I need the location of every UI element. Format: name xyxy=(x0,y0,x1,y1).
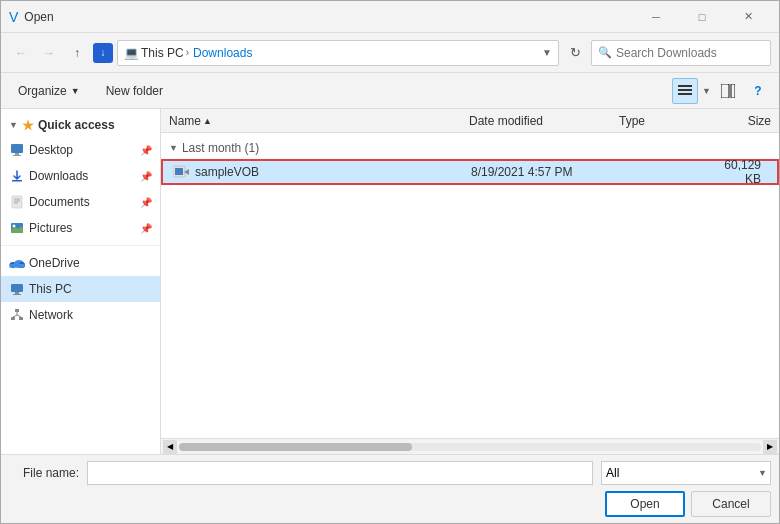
up-button[interactable]: ↑ xyxy=(65,41,89,65)
quickaccess-label: Quick access xyxy=(38,118,115,132)
refresh-button[interactable]: ↻ xyxy=(563,41,587,65)
open-button[interactable]: Open xyxy=(605,491,685,517)
col-type-header[interactable]: Type xyxy=(619,114,719,128)
pictures-icon xyxy=(9,220,25,236)
onedrive-icon xyxy=(9,255,25,271)
buttons-row: Open Cancel xyxy=(9,491,771,517)
new-folder-button[interactable]: New folder xyxy=(97,78,172,104)
svg-rect-8 xyxy=(12,180,22,182)
svg-rect-6 xyxy=(15,153,19,155)
address-part-thispc: 💻 This PC › xyxy=(124,46,189,60)
address-dropdown-arrow[interactable]: ▼ xyxy=(542,47,552,58)
thispc-icon xyxy=(9,281,25,297)
h-scroll-thumb[interactable] xyxy=(179,443,412,451)
horizontal-scrollbar[interactable]: ◀ ▶ xyxy=(161,438,779,454)
nav-bar: ← → ↑ ↓ 💻 This PC › Downloads ▼ ↻ 🔍 xyxy=(1,33,779,73)
organize-dropdown-icon: ▼ xyxy=(71,86,80,96)
search-input[interactable] xyxy=(616,46,764,60)
svg-rect-1 xyxy=(678,89,692,91)
svg-rect-30 xyxy=(175,168,183,175)
downloads-pin-icon: 📌 xyxy=(140,171,152,182)
minimize-button[interactable]: ─ xyxy=(633,7,679,27)
app-icon: V xyxy=(9,9,18,25)
file-name-samplevob: sampleVOB xyxy=(195,165,471,179)
documents-pin-icon: 📌 xyxy=(140,197,152,208)
sidebar-item-downloads-label: Downloads xyxy=(29,169,136,183)
svg-rect-0 xyxy=(678,85,692,87)
file-list-content: ▼ Last month (1) sampleVOB 8/19/2021 4:5… xyxy=(161,133,779,438)
file-icon-video xyxy=(171,164,191,180)
h-scroll-left-arrow[interactable]: ◀ xyxy=(163,440,177,454)
sidebar-item-network[interactable]: Network xyxy=(1,302,160,328)
filetype-select[interactable]: All xyxy=(601,461,771,485)
toolbar: Organize ▼ New folder ▼ ? xyxy=(1,73,779,109)
file-size-samplevob: 60,129 KB xyxy=(721,158,769,186)
svg-rect-7 xyxy=(13,155,21,156)
filename-label: File name: xyxy=(9,466,79,480)
sidebar-item-pictures[interactable]: Pictures 📌 xyxy=(1,215,160,241)
back-button[interactable]: ← xyxy=(9,41,33,65)
col-size-header[interactable]: Size xyxy=(719,114,771,128)
view-dropdown-icon[interactable]: ▼ xyxy=(702,86,711,96)
help-button[interactable]: ? xyxy=(745,78,771,104)
sidebar-item-documents[interactable]: Documents 📌 xyxy=(1,189,160,215)
col-date-header[interactable]: Date modified xyxy=(469,114,619,128)
filename-input[interactable] xyxy=(87,461,593,485)
sidebar-item-thispc[interactable]: This PC xyxy=(1,276,160,302)
sidebar: ▼ ★ Quick access Desktop 📌 Downloads xyxy=(1,109,161,454)
address-bar[interactable]: 💻 This PC › Downloads ▼ xyxy=(117,40,559,66)
sidebar-item-onedrive-label: OneDrive xyxy=(29,256,152,270)
maximize-button[interactable]: □ xyxy=(679,7,725,27)
svg-rect-21 xyxy=(13,294,21,295)
svg-rect-18 xyxy=(10,264,25,268)
svg-rect-5 xyxy=(11,144,23,153)
close-button[interactable]: ✕ xyxy=(725,7,771,27)
file-area: Name ▲ Date modified Type Size ▼ Last mo… xyxy=(161,109,779,454)
search-icon: 🔍 xyxy=(598,46,612,59)
desktop-icon xyxy=(9,142,25,158)
svg-rect-24 xyxy=(19,317,23,320)
group-last-month[interactable]: ▼ Last month (1) xyxy=(161,137,779,159)
window-title: Open xyxy=(24,10,53,24)
file-date-samplevob: 8/19/2021 4:57 PM xyxy=(471,165,621,179)
organize-button[interactable]: Organize ▼ xyxy=(9,78,89,104)
svg-rect-9 xyxy=(12,196,22,208)
sort-arrow-icon: ▲ xyxy=(203,116,212,126)
search-box[interactable]: 🔍 xyxy=(591,40,771,66)
group-label: Last month (1) xyxy=(182,141,259,155)
svg-line-26 xyxy=(13,315,17,317)
view-details-button[interactable] xyxy=(672,78,698,104)
file-row-samplevob[interactable]: sampleVOB 8/19/2021 4:57 PM 60,129 KB xyxy=(161,159,779,185)
download-nav-icon: ↓ xyxy=(93,43,113,63)
svg-rect-23 xyxy=(11,317,15,320)
svg-rect-4 xyxy=(731,84,735,98)
svg-rect-19 xyxy=(11,284,23,292)
svg-rect-20 xyxy=(15,292,19,294)
sidebar-item-onedrive[interactable]: OneDrive xyxy=(1,250,160,276)
address-part-current: Downloads xyxy=(193,46,252,60)
preview-pane-button[interactable] xyxy=(715,78,741,104)
main-area: ▼ ★ Quick access Desktop 📌 Downloads xyxy=(1,109,779,454)
downloads-icon xyxy=(9,168,25,184)
pictures-pin-icon: 📌 xyxy=(140,223,152,234)
forward-button[interactable]: → xyxy=(37,41,61,65)
col-name-header[interactable]: Name ▲ xyxy=(169,114,469,128)
desktop-pin-icon: 📌 xyxy=(140,145,152,156)
documents-icon xyxy=(9,194,25,210)
cancel-button[interactable]: Cancel xyxy=(691,491,771,517)
sidebar-item-desktop[interactable]: Desktop 📌 xyxy=(1,137,160,163)
sidebar-item-downloads[interactable]: Downloads 📌 xyxy=(1,163,160,189)
toolbar-right: ▼ ? xyxy=(672,78,771,104)
svg-line-27 xyxy=(17,315,21,317)
quickaccess-star-icon: ★ xyxy=(22,118,34,133)
sidebar-group-quickaccess[interactable]: ▼ ★ Quick access xyxy=(1,113,160,137)
h-scroll-track[interactable] xyxy=(179,443,761,451)
sidebar-divider-1 xyxy=(1,245,160,246)
title-bar: V Open ─ □ ✕ xyxy=(1,1,779,33)
open-dialog: V Open ─ □ ✕ ← → ↑ ↓ 💻 This PC › Downloa… xyxy=(0,0,780,524)
h-scroll-right-arrow[interactable]: ▶ xyxy=(763,440,777,454)
sidebar-item-pictures-label: Pictures xyxy=(29,221,136,235)
file-list-header: Name ▲ Date modified Type Size xyxy=(161,109,779,133)
group-collapse-icon: ▼ xyxy=(169,143,178,153)
sidebar-item-documents-label: Documents xyxy=(29,195,136,209)
